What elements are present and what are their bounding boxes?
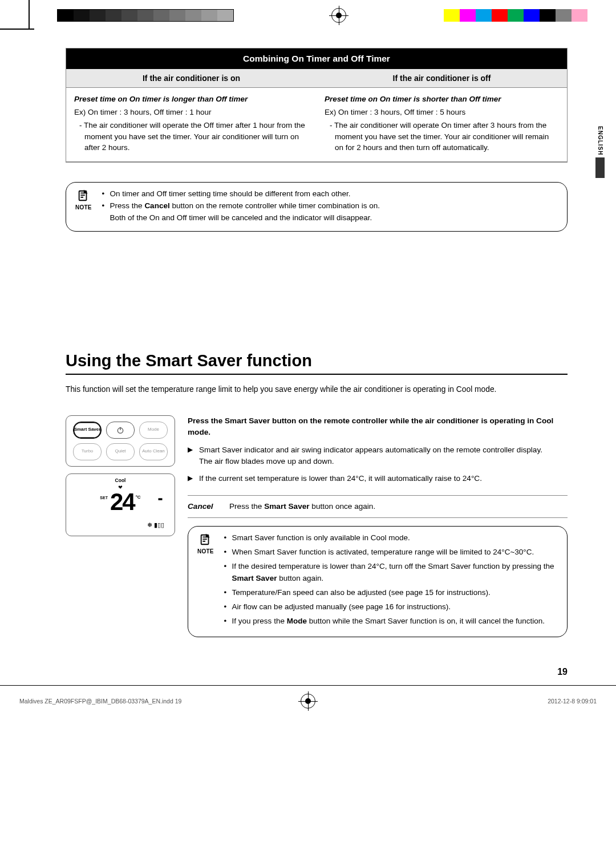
explanation-text: - The air conditioner will operate the O… <box>84 120 309 153</box>
example-text: Ex) On timer : 3 hours, Off timer : 1 ho… <box>74 107 309 118</box>
note-label: NOTE <box>75 203 92 212</box>
note-box-timer: NOTE On timer and Off timer setting time… <box>66 182 568 232</box>
t: Smart Saver <box>264 502 309 511</box>
language-label: ENGLISH <box>597 125 603 156</box>
language-tab: ENGLISH <box>595 125 605 178</box>
preset-condition: Preset time on On timer is shorter than … <box>325 94 559 105</box>
display-mode: Cool <box>66 477 175 483</box>
t: button once again. <box>310 502 376 511</box>
cancel-label: Cancel <box>188 501 219 512</box>
note-item: If the desired temperature is lower than… <box>224 561 558 585</box>
section-intro: This function will set the temperature r… <box>66 384 568 395</box>
mode-button: Mode <box>139 422 168 439</box>
tab-indicator <box>595 157 605 178</box>
turbo-button: Turbo <box>73 443 102 460</box>
note-label: NOTE <box>197 547 214 556</box>
power-button <box>106 422 135 439</box>
smart-saver-area: Smart Saver Mode Turbo Quiet Auto Clean … <box>66 415 568 637</box>
arrow-icon: ▶ <box>188 444 199 468</box>
cancel-row: Cancel Press the Smart Saver button once… <box>188 495 568 518</box>
svg-rect-3 <box>159 498 163 500</box>
note-icon: NOTE <box>197 532 214 556</box>
footer-file-info: Maldives ZE_AR09FSFP@_IBIM_DB68-03379A_E… <box>19 698 181 705</box>
section-heading: Using the Smart Saver function <box>66 351 568 375</box>
arrow-icon: ▶ <box>188 473 199 484</box>
gray-calibration-strip <box>57 9 234 22</box>
instruction-text: If the current set temperature is lower … <box>199 473 568 484</box>
display-side-icons <box>156 497 164 508</box>
registration-mark-icon <box>331 8 346 23</box>
page-content: ENGLISH Combining On Timer and Off Timer… <box>0 31 616 683</box>
remote-illustration-column: Smart Saver Mode Turbo Quiet Auto Clean … <box>66 415 175 637</box>
display-temperature: 24 <box>110 491 135 513</box>
crop-mark-icon <box>29 0 30 29</box>
t: Smart Saver <box>225 416 270 425</box>
table-title: Combining On Timer and Off Timer <box>66 48 567 69</box>
timer-combination-table: Combining On Timer and Off Timer If the … <box>66 48 568 163</box>
quiet-button: Quiet <box>106 443 135 460</box>
t: Press the <box>188 416 225 425</box>
print-footer-bar: Maldives ZE_AR09FSFP@_IBIM_DB68-03379A_E… <box>0 685 616 717</box>
note-item: On timer and Off timer setting time shou… <box>102 188 380 200</box>
instruction-lead: Press the Smart Saver button on the remo… <box>188 415 568 439</box>
preset-condition: Preset time on On timer is longer than O… <box>74 94 309 105</box>
table-cell-left: Preset time on On timer is longer than O… <box>66 88 317 162</box>
note-item: Temperature/Fan speed can also be adjust… <box>224 587 558 599</box>
table-header-on: If the air conditioner is on <box>66 69 317 88</box>
example-text: Ex) On timer : 3 hours, Off timer : 5 ho… <box>325 107 559 118</box>
print-calibration-bar <box>0 0 616 31</box>
note-item: When Smart Saver function is activated, … <box>224 547 558 558</box>
remote-buttons-panel: Smart Saver Mode Turbo Quiet Auto Clean <box>66 415 175 467</box>
instruction-step: ▶If the current set temperature is lower… <box>188 473 568 484</box>
note-list: Smart Saver function is only available i… <box>224 532 558 629</box>
registration-mark-icon <box>301 694 315 709</box>
crop-mark-icon <box>0 29 34 30</box>
table-cell-right: Preset time on On timer is shorter than … <box>317 88 567 162</box>
instructions-column: Press the Smart Saver button on the remo… <box>188 415 568 637</box>
note-item: Air flow can be adjusted manually (see p… <box>224 601 558 613</box>
remote-display-panel: Cool SET 24 °C ❅ ▮▯▯ <box>66 473 175 536</box>
footer-timestamp: 2012-12-8 9:09:01 <box>548 698 597 705</box>
note-icon: NOTE <box>75 188 92 212</box>
auto-clean-button: Auto Clean <box>139 443 168 460</box>
page-number: 19 <box>66 667 568 677</box>
note-item: Press the Cancel button on the remote co… <box>102 200 380 224</box>
color-calibration-strip <box>444 9 587 22</box>
smart-saver-button: Smart Saver <box>73 422 102 439</box>
table-header-off: If the air conditioner is off <box>317 69 567 88</box>
note-box-smart-saver: NOTE Smart Saver function is only availa… <box>188 526 568 637</box>
instruction-text: Smart Saver indicator and air swing indi… <box>199 444 568 468</box>
explanation-text: - The air conditioner will operate On ti… <box>335 120 559 153</box>
note-list: On timer and Off timer setting time shou… <box>102 188 380 224</box>
cancel-text: Press the Smart Saver button once again. <box>229 501 568 512</box>
note-item: If you press the Mode button while the S… <box>224 616 558 628</box>
display-set-label: SET <box>100 496 108 500</box>
instruction-step: ▶Smart Saver indicator and air swing ind… <box>188 444 568 468</box>
display-bottom-icons: ❅ ▮▯▯ <box>147 521 164 529</box>
t: Press the <box>229 502 264 511</box>
note-item: Smart Saver function is only available i… <box>224 532 558 544</box>
display-unit: °C <box>136 495 141 500</box>
